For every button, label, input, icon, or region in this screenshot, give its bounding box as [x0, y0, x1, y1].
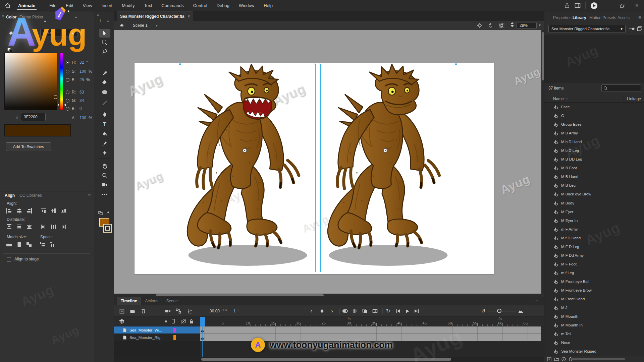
column-linkage[interactable]: Linkage [627, 97, 641, 101]
distribute-top-icon[interactable] [5, 224, 13, 230]
layer-name-cell[interactable]: Sea_Monster_Rig... [114, 334, 200, 341]
parent-layer-column-icon[interactable] [165, 320, 167, 322]
layer-outline-color-chip[interactable] [173, 328, 176, 333]
color-field-radio[interactable] [66, 70, 69, 73]
onion-skin-button[interactable] [341, 305, 349, 317]
restore-button[interactable] [617, 0, 627, 11]
align-center-horizontal-icon[interactable] [15, 208, 23, 214]
tab-properties[interactable]: Properties [553, 15, 572, 20]
distribute-left-icon[interactable] [40, 224, 48, 230]
swap-fill-stroke-icon[interactable] [106, 211, 111, 216]
match-width-icon[interactable] [5, 241, 13, 247]
stage-horizontal-scrollbar[interactable] [114, 294, 541, 297]
timeline-zoom-max-icon[interactable] [517, 305, 525, 317]
stroke-color-icon[interactable] [9, 39, 15, 44]
library-horizontal-scrollbar[interactable] [571, 358, 625, 360]
menu-commands[interactable]: Commands [157, 0, 188, 11]
selection-handle[interactable] [320, 63, 321, 65]
library-item-23[interactable]: M J [544, 303, 644, 312]
color-field-value[interactable]: 34 [79, 98, 84, 103]
menu-control[interactable]: Control [189, 0, 212, 11]
outline-view-column-icon[interactable] [172, 319, 175, 323]
swap-colors-icon[interactable] [98, 211, 104, 216]
timeline-zoom-slider-track[interactable] [489, 311, 516, 311]
play-button[interactable] [403, 305, 411, 317]
clip-content-icon[interactable] [499, 23, 504, 28]
menu-help[interactable]: Help [259, 0, 277, 11]
selection-tool[interactable] [99, 29, 110, 38]
library-item-15[interactable]: M f D Hand [544, 234, 644, 242]
workspace-icon[interactable] [575, 3, 581, 8]
library-item-18[interactable]: M F Foot [544, 260, 644, 268]
asset-warp-pin-tool[interactable] [99, 149, 110, 158]
zoom-chevron-icon[interactable]: ▾ [539, 23, 541, 27]
selection-handle[interactable] [455, 63, 457, 65]
menu-modify[interactable]: Modify [117, 0, 139, 11]
align-to-stage-checkbox[interactable] [7, 257, 11, 261]
playhead[interactable] [200, 317, 205, 326]
align-top-icon[interactable] [40, 208, 48, 214]
timeline-menu-icon[interactable]: ≡ [535, 298, 538, 304]
zoom-tool[interactable] [99, 171, 110, 180]
onion-skin-outlines-button[interactable] [351, 305, 359, 317]
tab-motion-presets[interactable]: Motion Presets [589, 15, 616, 20]
edit-scene-icon[interactable]: ♣ [120, 22, 124, 28]
library-item-4[interactable]: M b D Hand [544, 137, 644, 146]
layer-frames-strip[interactable] [200, 334, 541, 341]
library-item-12[interactable]: M Eyer [544, 207, 644, 216]
camera-tool[interactable] [99, 180, 110, 189]
library-item-28[interactable]: Sea Monster Rigged [544, 347, 644, 356]
zoom-stepper[interactable] [511, 22, 514, 27]
color-field-radio[interactable] [66, 90, 69, 94]
timeline-zoom-slider-knob[interactable] [497, 309, 501, 313]
scene-name[interactable]: Scene 1 [133, 23, 148, 28]
library-item-19[interactable]: m f Leg [544, 268, 644, 277]
new-library-panel-icon[interactable] [637, 26, 642, 31]
library-item-14[interactable]: m F Army [544, 225, 644, 234]
pin-library-icon[interactable] [629, 27, 635, 31]
tab-align[interactable]: Align [5, 193, 15, 198]
lock-layers-column-icon[interactable] [189, 319, 194, 324]
menu-text[interactable]: Text [139, 0, 157, 11]
step-back-button[interactable] [394, 305, 402, 317]
new-layer-button[interactable] [118, 305, 125, 317]
line-tool[interactable] [99, 99, 110, 107]
color-field-radio[interactable] [66, 107, 69, 111]
library-item-21[interactable]: M Front eye Brow [544, 286, 644, 295]
distribute-bottom-icon[interactable] [25, 224, 33, 230]
eyedropper-tool[interactable] [99, 139, 110, 148]
color-field-radio[interactable] [66, 78, 69, 82]
tab-color[interactable]: Color [6, 15, 16, 19]
previous-keyframe-button[interactable]: ‹ [308, 305, 315, 317]
menu-insert[interactable]: Insert [97, 0, 117, 11]
scene-chevron-icon[interactable]: ▾ [156, 23, 158, 28]
loop-playback-button[interactable]: ↻ [384, 305, 392, 317]
graph-editor-button[interactable] [186, 305, 194, 317]
center-stage-icon[interactable] [477, 23, 482, 28]
tab-timeline[interactable]: Timeline [117, 297, 141, 305]
new-folder-button[interactable] [554, 357, 559, 361]
eraser-tool[interactable] [99, 78, 110, 86]
color-field-value[interactable]: 100 [79, 69, 86, 74]
library-item-10[interactable]: M Back eye Brow [544, 190, 644, 198]
menu-view[interactable]: View [78, 0, 97, 11]
library-item-24[interactable]: M Mounth [544, 312, 644, 321]
color-field-value[interactable]: 100 [79, 116, 86, 120]
hue-marker-left[interactable] [58, 104, 59, 106]
step-forward-button[interactable] [413, 305, 421, 317]
library-item-7[interactable]: M B Foot [544, 164, 644, 172]
selection-handle[interactable] [315, 63, 316, 65]
library-item-1[interactable]: G [544, 111, 644, 120]
align-bottom-icon[interactable] [60, 208, 68, 214]
tools-collapse-icon[interactable]: « [97, 13, 99, 17]
layer-name-cell[interactable]: Sea_Monster_Wi... [114, 326, 200, 334]
next-keyframe-button[interactable]: › [329, 305, 335, 317]
layer-outline-color-chip[interactable] [173, 335, 176, 340]
create-classic-tween-button[interactable] [371, 305, 379, 317]
document-tab[interactable]: Sea Monster Rigged Character.fla × [117, 11, 193, 21]
tab-frame-picker[interactable]: Frame Picker [19, 15, 43, 19]
selection-handle[interactable] [179, 63, 181, 65]
sea-monster-artwork-open-mouth[interactable] [180, 64, 315, 272]
free-transform-tool[interactable] [99, 38, 110, 47]
pen-tool[interactable] [99, 111, 110, 119]
